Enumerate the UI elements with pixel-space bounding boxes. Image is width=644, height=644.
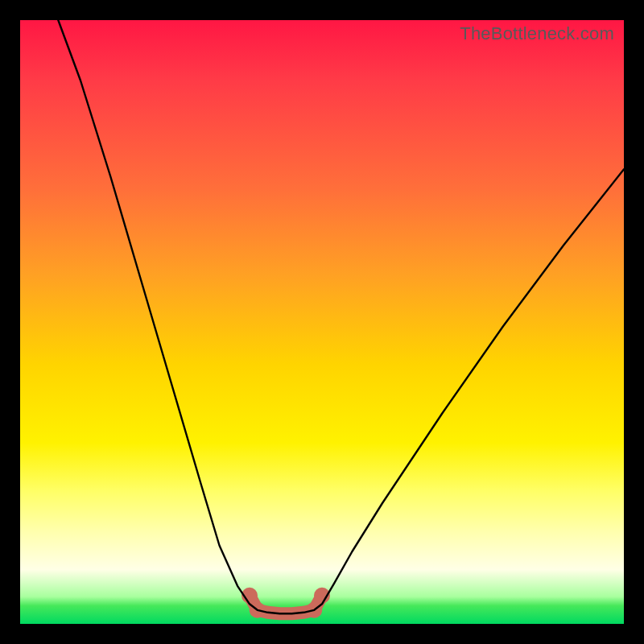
- watermark-text: TheBottleneck.com: [460, 23, 614, 44]
- bottleneck-curve: [58, 20, 624, 613]
- plot-frame: TheBottleneck.com: [20, 20, 624, 624]
- chart-svg: [20, 20, 624, 624]
